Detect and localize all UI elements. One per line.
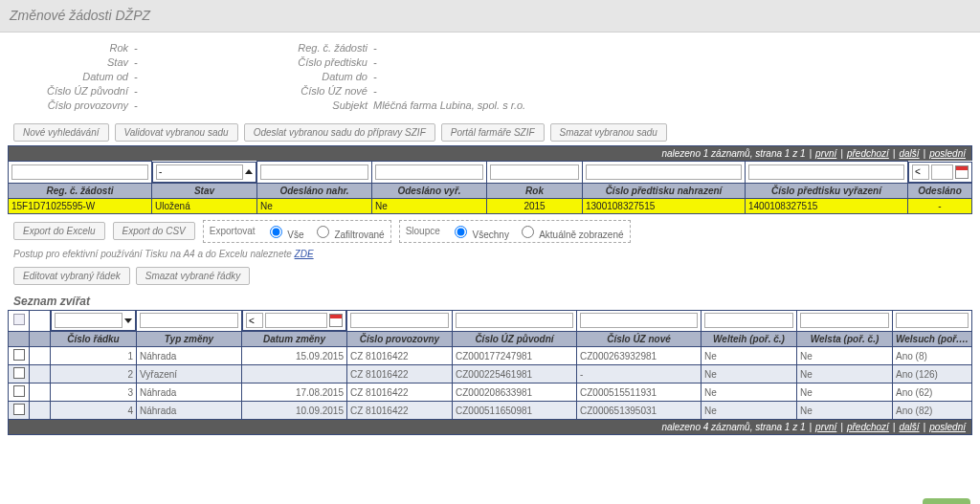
g2-row-4[interactable]: 4 Náhrada 10.09.2015 CZ 81016422 CZ00051… xyxy=(9,402,972,420)
g1-c3: Ne xyxy=(372,198,487,213)
g1-c7: - xyxy=(908,198,972,213)
columns-legend: Sloupce xyxy=(406,226,440,236)
grid1-row-selected[interactable]: 15F1D71025595-W Uložená Ne Ne 2015 13001… xyxy=(9,198,972,213)
export-opt-zafiltrovane[interactable]: Zafiltrované xyxy=(312,223,385,240)
export-note: Postup pro efektivní používání Tisku na … xyxy=(0,249,980,263)
g2-row-3[interactable]: 3 Náhrada 17.08.2015 CZ 81016422 CZ00020… xyxy=(9,383,972,402)
col-odesl-vyr[interactable]: Odesláno vyř. xyxy=(372,183,487,198)
sort-desc-icon[interactable] xyxy=(124,318,132,323)
edit-icon[interactable] xyxy=(13,314,25,325)
col-rok[interactable]: Rok xyxy=(487,183,583,198)
smazat-sadu-button[interactable]: Smazat vybranou sadu xyxy=(550,123,667,142)
label-cuz-puv: Číslo ÚZ původní xyxy=(19,85,134,97)
export-csv-button[interactable]: Export do CSV xyxy=(113,222,195,240)
action-button-row: Nové vyhledávání Validovat vybranou sadu… xyxy=(0,120,980,145)
pager1-prev[interactable]: předchozí xyxy=(847,148,889,159)
g2-h8[interactable]: Welteih (poř. č.) xyxy=(702,332,797,347)
cols-opt-aktualne[interactable]: Aktuálně zobrazené xyxy=(517,223,624,240)
label-subjekt: Subjekt xyxy=(258,99,373,111)
col-stav[interactable]: Stav xyxy=(152,183,257,198)
export-legend: Exportovat xyxy=(210,226,256,236)
filter-odesl-nahr[interactable] xyxy=(257,162,372,184)
filter-stav[interactable] xyxy=(152,162,256,183)
pager1-first[interactable]: první xyxy=(815,148,836,159)
bottom-tab[interactable] xyxy=(923,498,970,504)
label-cprov: Číslo provozovny xyxy=(19,99,134,111)
value-subjekt: Mléčná farma Lubina, spol. s r.o. xyxy=(373,99,622,111)
g2-row-2[interactable]: 2 Vyřazení CZ 81016422 CZ000225461981 - … xyxy=(9,365,972,383)
nove-vyhledavani-button[interactable]: Nové vyhledávání xyxy=(13,123,109,142)
section-seznam-zvirat: Seznam zvířat xyxy=(0,289,980,310)
export-excel-button[interactable]: Export do Excelu xyxy=(13,222,105,240)
g2-filter-datum[interactable] xyxy=(242,310,346,331)
label-datum-do: Datum do xyxy=(258,71,373,82)
portal-szif-button[interactable]: Portál farmáře SZIF xyxy=(441,123,545,142)
filter-odeslano[interactable] xyxy=(908,162,972,183)
g2-filter-welsta[interactable] xyxy=(797,310,893,332)
g2-h1 xyxy=(30,332,51,347)
g2-filter-prov[interactable] xyxy=(347,310,453,332)
g2-filter-welsuch[interactable] xyxy=(893,310,972,332)
filter-reg[interactable] xyxy=(9,162,152,184)
page-title: Změnové žádosti DŽPZ xyxy=(10,8,150,23)
col-predt-nahr[interactable]: Číslo předtisku nahrazení xyxy=(583,183,746,198)
col-odeslano[interactable]: Odesláno xyxy=(908,183,972,198)
g1-c2: Ne xyxy=(257,198,372,213)
filter-rok[interactable] xyxy=(487,162,583,184)
calendar-icon-2[interactable] xyxy=(329,314,343,327)
smazat-radky-button[interactable]: Smazat vybrané řádky xyxy=(136,267,251,285)
col-reg[interactable]: Reg. č. žádosti xyxy=(9,183,152,198)
g2-h4[interactable]: Datum změny xyxy=(242,332,347,347)
row-edit-button-row: Editovat vybraný řádek Smazat vybrané řá… xyxy=(0,263,980,289)
label-stav: Stav xyxy=(19,56,134,68)
pager2-next[interactable]: další xyxy=(899,422,919,432)
row-checkbox[interactable] xyxy=(13,349,25,361)
g2-h2[interactable]: Číslo řádku xyxy=(51,332,137,347)
row-checkbox[interactable] xyxy=(13,367,25,379)
pager2-last[interactable]: poslední xyxy=(929,422,966,432)
row-checkbox[interactable] xyxy=(13,385,25,397)
g2-h10[interactable]: Welsuch (poř. č.) xyxy=(893,332,972,347)
columns-fieldset: Sloupce Všechny Aktuálně zobrazené xyxy=(399,220,631,243)
export-row: Export do Excelu Export do CSV Exportova… xyxy=(0,214,980,249)
g2-filter-radek[interactable] xyxy=(51,310,136,331)
col-predt-vyr[interactable]: Číslo předtisku vyřazení xyxy=(746,183,908,198)
pager2-first[interactable]: první xyxy=(815,422,836,432)
grid-animals: Číslo řádku Typ změny Datum změny Číslo … xyxy=(8,310,972,421)
filter-predt-nahr[interactable] xyxy=(583,162,746,184)
row-checkbox[interactable] xyxy=(13,404,25,415)
g2-filter-chk xyxy=(30,310,51,332)
pager1-last[interactable]: poslední xyxy=(929,148,966,159)
editovat-radek-button[interactable]: Editovat vybraný řádek xyxy=(13,267,130,285)
g2-filter-uzp[interactable] xyxy=(453,310,577,332)
g2-h9[interactable]: Welsta (poř. č.) xyxy=(797,332,893,347)
note-link[interactable]: ZDE xyxy=(295,249,314,259)
g2-row-1[interactable]: 1 Náhrada 15.09.2015 CZ 81016422 CZ00017… xyxy=(9,347,972,365)
validovat-sadu-button[interactable]: Validovat vybranou sadu xyxy=(115,123,238,142)
g2-filter-edit[interactable] xyxy=(9,310,30,332)
sort-asc-icon[interactable] xyxy=(245,169,253,174)
g2-h5[interactable]: Číslo provozovny xyxy=(347,332,453,347)
pager2-prev[interactable]: předchozí xyxy=(847,422,889,432)
value-cuz-puv: - xyxy=(134,85,258,97)
g2-filter-welteih[interactable] xyxy=(702,310,797,332)
details-panel: Rok- Reg. č. žádosti- Stav- Číslo předti… xyxy=(0,33,980,120)
pager1-next[interactable]: další xyxy=(899,148,919,159)
odeslat-sadu-button[interactable]: Odeslat vybranou sadu do přípravy SZIF xyxy=(244,123,435,142)
export-opt-vse[interactable]: Vše xyxy=(265,223,304,240)
value-rok: - xyxy=(134,42,258,54)
pager-bar-1: nalezeno 1 záznamů, strana 1 z 1 | první… xyxy=(8,145,972,161)
label-rok: Rok xyxy=(19,42,134,54)
g2-filter-uzn[interactable] xyxy=(577,310,702,332)
g2-h7[interactable]: Číslo ÚZ nové xyxy=(577,332,702,347)
col-odesl-nahr[interactable]: Odesláno nahr. xyxy=(257,183,372,198)
cols-opt-vsechny[interactable]: Všechny xyxy=(450,223,509,240)
calendar-icon[interactable] xyxy=(955,165,969,179)
g2-filter-typ[interactable] xyxy=(137,310,242,332)
g2-h3[interactable]: Typ změny xyxy=(137,332,242,347)
g2-h6[interactable]: Číslo ÚZ původní xyxy=(453,332,577,347)
label-cuz-nove: Číslo ÚZ nové xyxy=(258,85,373,97)
filter-predt-vyr[interactable] xyxy=(746,162,908,184)
g2-h0 xyxy=(9,332,30,347)
filter-odesl-vyr[interactable] xyxy=(372,162,487,184)
